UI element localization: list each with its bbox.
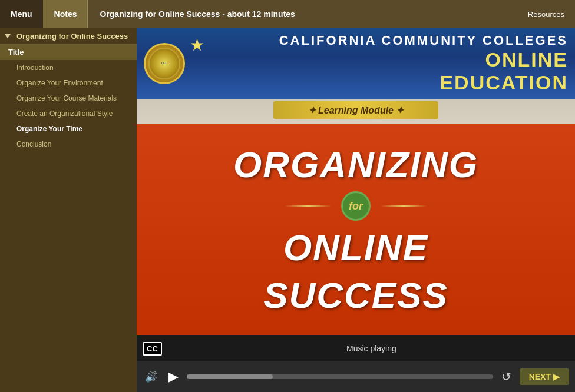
next-arrow-icon: ▶ [553,372,560,381]
course-title: Organizing for Online Success - about 12… [88,0,517,28]
video-area: CCC ★ CALIFORNIA COMMUNITY COLLEGES ONLI… [137,28,575,335]
learning-module-banner: ✦ Learning Module ✦ [273,101,438,119]
banner-dot-left: ✦ [308,105,318,115]
banner-dot-right: ✦ [396,105,404,115]
for-line-right [380,205,427,207]
content-area: CCC ★ CALIFORNIA COMMUNITY COLLEGES ONLI… [137,28,575,392]
replay-button[interactable]: ↺ [499,367,514,386]
sidebar-item-organize-time[interactable]: Organize Your Time [0,121,137,137]
organizing-section: ORGANIZING for ONLINE SUCCESS [137,124,575,335]
sidebar-item-organize-materials[interactable]: Organize Your Course Materials [0,91,137,106]
controls-bar: 🔊 ▶ ↺ NEXT ▶ [137,361,575,392]
organizing-title: ORGANIZING [233,144,478,185]
ccc-title-block: CALIFORNIA COMMUNITY COLLEGES ONLINE EDU… [192,33,568,94]
online-title: ONLINE [283,227,428,268]
caption-text: Music playing [168,344,575,353]
cc-bar: CC Music playing [137,335,575,361]
sidebar-item-introduction[interactable]: Introduction [0,60,137,75]
sidebar-item-organize-environment[interactable]: Organize Your Environment [0,75,137,91]
ccc-star: ★ [190,35,204,55]
for-row: for [285,191,427,221]
ccc-subtitle-online: ONLINE [485,48,568,71]
video-background: CCC ★ CALIFORNIA COMMUNITY COLLEGES ONLI… [137,28,575,335]
ccc-subtitle-education: EDUCATION [439,71,568,94]
progress-bar[interactable] [187,374,493,379]
success-title: SUCCESS [263,274,448,316]
main-area: Organizing for Online Success Title Intr… [0,28,575,392]
progress-fill [187,374,273,379]
for-line-left [285,205,332,207]
sidebar-item-org-style[interactable]: Create an Organizational Style [0,106,137,121]
expand-icon [5,34,11,38]
top-bar: Menu Notes Organizing for Online Success… [0,0,575,28]
play-button[interactable]: ▶ [166,367,181,387]
sidebar-item-title[interactable]: Title [0,44,137,60]
ccc-logo: CCC [144,43,185,84]
cc-badge: CC [143,342,162,356]
ccc-header: CCC ★ CALIFORNIA COMMUNITY COLLEGES ONLI… [137,28,575,99]
sidebar: Organizing for Online Success Title Intr… [0,28,137,392]
volume-button[interactable]: 🔊 [143,368,160,386]
sidebar-item-conclusion[interactable]: Conclusion [0,137,137,152]
next-button[interactable]: NEXT ▶ [520,368,569,385]
sidebar-item-organizing[interactable]: Organizing for Online Success [0,28,137,44]
resources-button[interactable]: Resources [517,0,575,28]
ccc-title-main: CALIFORNIA COMMUNITY COLLEGES [279,33,568,48]
menu-button[interactable]: Menu [0,0,44,28]
notes-button[interactable]: Notes [44,0,88,28]
for-circle: for [341,191,371,221]
